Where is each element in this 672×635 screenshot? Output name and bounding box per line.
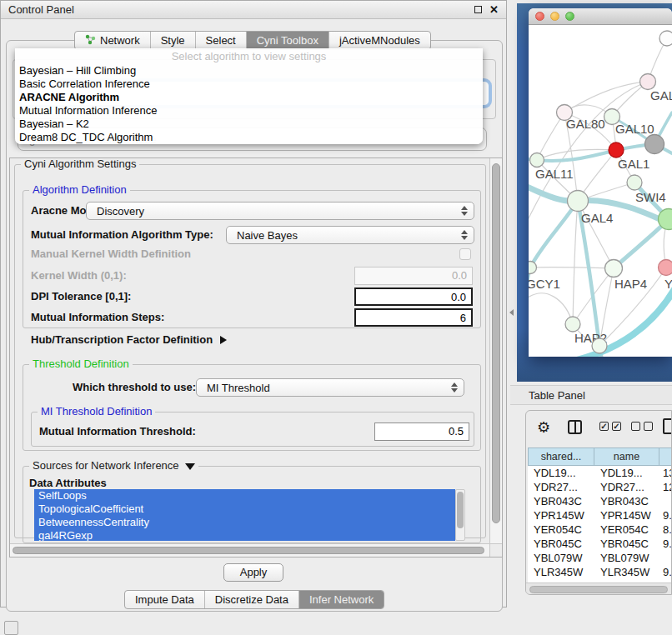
settings-horizontal-scrollbar[interactable]	[10, 543, 489, 557]
sources-title[interactable]: Sources for Network Inference	[29, 460, 198, 472]
dpi-tolerance-label: DPI Tolerance [0,1]:	[31, 288, 131, 306]
gear-icon[interactable]: ⚙	[537, 418, 550, 437]
network-node-GAL[interactable]	[640, 74, 656, 90]
table-cell: YLR345W	[594, 565, 659, 579]
network-canvas[interactable]: GALGAL80GAL10GAL1GAL11SWI4GAL4GCY1HAP4YH…	[529, 25, 672, 357]
table-cell: 9.	[659, 537, 672, 551]
table-cell: YBR045C	[594, 537, 659, 551]
table-row[interactable]: YDL19...YDL19...13	[528, 466, 672, 480]
data-attribute-item[interactable]: BetweennessCentrality	[34, 516, 455, 529]
mi-threshold-field[interactable]: 0.5	[374, 422, 469, 441]
table-row[interactable]: YBR045CYBR045C9.	[528, 537, 672, 551]
table-row[interactable]: YBL079WYBL079W	[528, 551, 672, 565]
node-label: GAL10	[615, 122, 654, 136]
data-attribute-item[interactable]: SelfLoops	[34, 489, 455, 502]
splitter-collapse-icon[interactable]	[509, 309, 514, 316]
kernel-width-field[interactable]: 0.0	[354, 267, 473, 285]
close-icon[interactable]: ✕	[489, 6, 499, 14]
expanded-arrow-icon	[185, 463, 195, 470]
table-row[interactable]: YPR145WYPR145W9.	[528, 508, 672, 522]
which-threshold-combobox[interactable]: MI Threshold	[196, 378, 464, 397]
apply-button[interactable]: Apply	[223, 563, 283, 582]
panel-grip-icon[interactable]	[4, 621, 18, 635]
data-attribute-item[interactable]: gal4RGexp	[34, 529, 455, 541]
table-row[interactable]: YBR043CYBR043C	[528, 494, 672, 508]
table-row[interactable]: YER054CYER054C8.	[528, 522, 672, 537]
mi-threshold-title: MI Threshold Definition	[38, 406, 155, 418]
export-table-icon[interactable]	[663, 418, 672, 434]
network-node-SWI4[interactable]	[627, 175, 642, 190]
network-node-Y[interactable]	[659, 260, 672, 276]
algorithm-option[interactable]: ARACNE Algorithm	[15, 91, 483, 104]
node-label: HAP4	[614, 277, 647, 291]
table-horizontal-scrollbar[interactable]	[526, 582, 672, 595]
algorithm-definition-title: Algorithm Definition	[29, 184, 130, 196]
tab-network[interactable]: Network	[75, 32, 151, 49]
column-header[interactable]: A	[659, 448, 672, 466]
table-cell: 9.	[659, 565, 672, 579]
table-cell: YLR345W	[528, 565, 594, 579]
network-node[interactable]	[645, 135, 664, 154]
node-label: GAL	[650, 88, 672, 102]
algorithm-option[interactable]: Basic Correlation Inference	[15, 78, 483, 91]
column-header[interactable]: shared...	[528, 448, 594, 466]
table-cell: YBR045C	[528, 537, 594, 551]
table-cell: YDL19...	[594, 466, 659, 480]
select-all-checkbox-icon[interactable]: ✓	[612, 422, 621, 431]
tab-network-label: Network	[100, 34, 140, 47]
tab-infer-network[interactable]: Infer Network	[299, 591, 384, 608]
tab-cyni-toolbox[interactable]: Cyni Toolbox	[247, 32, 329, 49]
data-attribute-item[interactable]: TopologicalCoefficient	[34, 502, 455, 516]
node-label: GCY1	[529, 277, 560, 291]
network-node[interactable]	[592, 338, 607, 353]
aracne-mode-combobox[interactable]: Discovery	[86, 202, 474, 220]
mi-algorithm-type-combobox[interactable]: Naive Bayes	[226, 226, 474, 244]
control-panel-title: Control Panel	[8, 3, 74, 16]
network-node-HAP2[interactable]	[565, 317, 580, 332]
algorithm-option[interactable]: Bayesian – Hill Climbing	[15, 64, 483, 78]
node-label: GAL1	[618, 157, 649, 171]
network-node-GAL1[interactable]	[609, 142, 624, 158]
hub-tf-definition-toggle[interactable]: Hub/Transcription Factor Definition	[31, 331, 227, 349]
network-node-GAL4[interactable]	[568, 191, 589, 212]
columns-icon[interactable]	[568, 420, 582, 434]
network-node-HAP4[interactable]	[605, 260, 623, 278]
manual-kernel-width-checkbox[interactable]	[459, 248, 471, 260]
select-all-checkbox-icon[interactable]: ✓	[599, 422, 609, 431]
tab-select[interactable]: Select	[196, 32, 247, 49]
tab-discretize-data[interactable]: Discretize Data	[205, 591, 299, 608]
minimize-window-icon[interactable]	[550, 12, 559, 21]
table-cell: 13	[659, 466, 672, 480]
network-window: GALGAL80GAL10GAL1GAL11SWI4GAL4GCY1HAP4YH…	[529, 8, 672, 357]
attributes-list-scrollbar[interactable]	[455, 489, 465, 541]
deselect-checkbox-icon[interactable]	[631, 422, 640, 431]
dpi-tolerance-field[interactable]: 0.0	[354, 288, 473, 306]
network-node[interactable]	[659, 31, 672, 46]
table-cell: YBR043C	[528, 494, 594, 508]
network-window-titlebar[interactable]	[529, 8, 672, 25]
network-node-GCY1[interactable]	[529, 262, 537, 274]
algorithm-option[interactable]: Bayesian – K2	[15, 118, 483, 131]
tab-impute-data[interactable]: Impute Data	[125, 591, 205, 608]
table-row[interactable]: YLR345WYLR345W9.	[528, 565, 672, 579]
zoom-window-icon[interactable]	[565, 12, 574, 21]
algorithm-option[interactable]: Dream8 DC_TDC Algorithm	[15, 131, 483, 144]
control-panel-tabs: Network Style Select Cyni Toolbox jActiv…	[74, 31, 431, 50]
algorithm-option[interactable]: Mutual Information Inference	[15, 104, 483, 118]
close-window-icon[interactable]	[535, 12, 544, 21]
mi-algorithm-type-label: Mutual Information Algorithm Type:	[31, 226, 213, 244]
float-window-icon[interactable]	[474, 6, 482, 13]
table-row[interactable]: YDR27...YDR27...12	[528, 480, 672, 494]
network-view-panel: GALGAL80GAL10GAL1GAL11SWI4GAL4GCY1HAP4YH…	[517, 3, 672, 382]
network-node-GAL11[interactable]	[530, 153, 544, 168]
dropdown-placeholder: Select algorithm to view settings	[15, 48, 483, 64]
tab-jactivemnodules[interactable]: jActiveMNodules	[329, 32, 430, 49]
tab-style[interactable]: Style	[151, 32, 196, 49]
network-tab-icon	[85, 34, 96, 48]
control-panel-titlebar: Control Panel ✕	[1, 1, 506, 19]
column-header[interactable]: name	[594, 448, 659, 466]
control-panel-window: Control Panel ✕ galFiltered.sif default …	[0, 0, 507, 608]
mi-steps-field[interactable]: 6	[354, 308, 473, 327]
settings-vertical-scrollbar[interactable]	[489, 158, 502, 543]
deselect-checkbox-icon[interactable]	[644, 422, 653, 431]
